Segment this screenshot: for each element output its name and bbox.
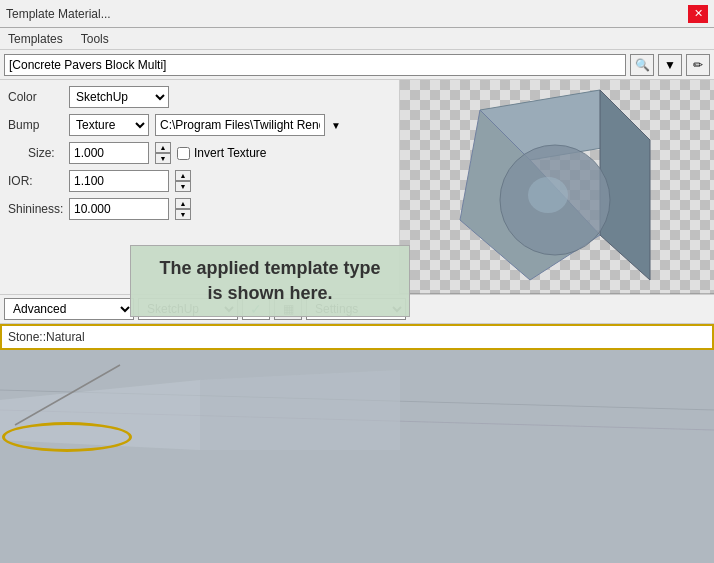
shininess-spinner[interactable]: ▲ ▼ xyxy=(175,198,191,220)
shininess-row: Shininess: ▲ ▼ xyxy=(8,198,391,220)
pencil-icon: ✏ xyxy=(693,58,703,72)
ior-input[interactable] xyxy=(69,170,169,192)
status-bar: Stone::Natural xyxy=(0,324,714,350)
menu-bar: Templates Tools xyxy=(0,28,714,50)
tooltip-box: The applied template type is shown here. xyxy=(130,245,410,317)
main-content: Color SketchUp Bump Texture ▼ Size: ▲ xyxy=(0,80,714,563)
size-up-button[interactable]: ▲ xyxy=(155,142,171,153)
svg-marker-17 xyxy=(200,370,400,450)
preview-panel xyxy=(400,80,714,294)
chevron-down-icon: ▼ xyxy=(664,58,676,72)
svg-point-9 xyxy=(528,177,568,213)
ior-up-button[interactable]: ▲ xyxy=(175,170,191,181)
color-label: Color xyxy=(8,90,63,104)
tooltip-line1: The applied template type xyxy=(147,256,393,281)
edit-button[interactable]: ✏ xyxy=(686,54,710,76)
advanced-select[interactable]: Advanced xyxy=(4,298,134,320)
dropdown-button[interactable]: ▼ xyxy=(658,54,682,76)
close-button[interactable]: ✕ xyxy=(688,5,708,23)
size-input[interactable] xyxy=(69,142,149,164)
size-label: Size: xyxy=(8,146,63,160)
ior-down-button[interactable]: ▼ xyxy=(175,181,191,192)
bump-label: Bump xyxy=(8,118,63,132)
preview-background xyxy=(400,80,714,294)
invert-texture-label: Invert Texture xyxy=(194,146,266,160)
window-title: Template Material... xyxy=(6,7,111,21)
shininess-down-button[interactable]: ▼ xyxy=(175,209,191,220)
bump-type-select[interactable]: Texture xyxy=(69,114,149,136)
color-row: Color SketchUp xyxy=(8,86,391,108)
ior-row: IOR: ▲ ▼ xyxy=(8,170,391,192)
invert-texture-checkbox[interactable] xyxy=(177,147,190,160)
title-bar: Template Material... ✕ xyxy=(0,0,714,28)
bump-path-input[interactable] xyxy=(155,114,325,136)
color-select[interactable]: SketchUp xyxy=(69,86,169,108)
shininess-label: Shininess: xyxy=(8,202,63,216)
tooltip-line2: is shown here. xyxy=(147,281,393,306)
search-icon: 🔍 xyxy=(635,58,650,72)
bump-row: Bump Texture ▼ xyxy=(8,114,391,136)
size-down-button[interactable]: ▼ xyxy=(155,153,171,164)
size-spinner[interactable]: ▲ ▼ xyxy=(155,142,171,164)
ior-spinner[interactable]: ▲ ▼ xyxy=(175,170,191,192)
bump-path-chevron: ▼ xyxy=(331,120,341,131)
size-row: Size: ▲ ▼ Invert Texture xyxy=(8,142,391,164)
shininess-up-button[interactable]: ▲ xyxy=(175,198,191,209)
tools-menu[interactable]: Tools xyxy=(77,31,113,47)
scene-area xyxy=(0,350,714,564)
main-toolbar: 🔍 ▼ ✏ xyxy=(0,50,714,80)
invert-texture-row: Invert Texture xyxy=(177,146,266,160)
shininess-input[interactable] xyxy=(69,198,169,220)
ior-label: IOR: xyxy=(8,174,63,188)
material-name-input[interactable] xyxy=(4,54,626,76)
templates-menu[interactable]: Templates xyxy=(4,31,67,47)
search-button[interactable]: 🔍 xyxy=(630,54,654,76)
status-text: Stone::Natural xyxy=(8,330,85,344)
scene-svg xyxy=(0,350,714,564)
